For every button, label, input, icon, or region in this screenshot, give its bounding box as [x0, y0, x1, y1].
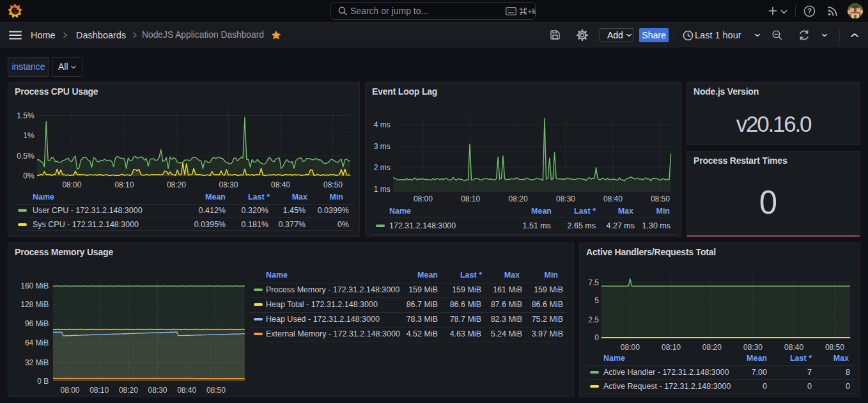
svg-text:4 ms: 4 ms	[374, 120, 391, 129]
svg-text:0%: 0%	[23, 171, 35, 180]
svg-text:08:30: 08:30	[556, 194, 575, 203]
svg-text:08:30: 08:30	[148, 386, 167, 395]
svg-text:08:10: 08:10	[89, 386, 109, 395]
svg-text:08:20: 08:20	[119, 386, 138, 395]
svg-text:08:50: 08:50	[825, 343, 844, 352]
svg-text:3 ms: 3 ms	[374, 142, 391, 151]
svg-text:08:10: 08:10	[114, 180, 134, 189]
svg-text:08:00: 08:00	[621, 343, 640, 352]
svg-text:0: 0	[594, 333, 599, 342]
svg-text:1 ms: 1 ms	[374, 185, 391, 194]
svg-text:7.5: 7.5	[588, 278, 599, 287]
svg-text:08:20: 08:20	[509, 194, 528, 203]
svg-text:5: 5	[594, 296, 599, 305]
svg-text:160 MiB: 160 MiB	[20, 281, 49, 290]
svg-text:1%: 1%	[23, 131, 35, 140]
svg-text:08:10: 08:10	[662, 343, 681, 352]
svg-text:0.5%: 0.5%	[17, 152, 35, 161]
svg-text:08:50: 08:50	[651, 194, 670, 203]
svg-text:08:40: 08:40	[603, 194, 623, 203]
svg-text:08:20: 08:20	[167, 180, 186, 189]
svg-text:64 MiB: 64 MiB	[25, 338, 49, 347]
svg-text:128 MiB: 128 MiB	[20, 300, 49, 309]
svg-text:32 MiB: 32 MiB	[25, 358, 49, 367]
svg-text:0 B: 0 B	[37, 377, 49, 386]
svg-text:08:10: 08:10	[461, 194, 480, 203]
svg-text:96 MiB: 96 MiB	[25, 319, 49, 328]
svg-text:2.5: 2.5	[588, 315, 599, 324]
svg-text:08:30: 08:30	[743, 343, 763, 352]
svg-text:08:40: 08:40	[177, 386, 196, 395]
svg-text:08:00: 08:00	[62, 180, 81, 189]
svg-text:08:00: 08:00	[414, 194, 433, 203]
svg-text:08:20: 08:20	[702, 343, 722, 352]
svg-text:08:40: 08:40	[784, 343, 803, 352]
svg-text:2 ms: 2 ms	[374, 163, 391, 172]
svg-text:1.5%: 1.5%	[17, 111, 35, 120]
svg-text:08:40: 08:40	[271, 180, 290, 189]
svg-text:08:50: 08:50	[323, 180, 343, 189]
svg-text:08:00: 08:00	[60, 386, 79, 395]
svg-text:?: ?	[807, 7, 812, 15]
svg-text:08:30: 08:30	[219, 180, 238, 189]
svg-text:08:50: 08:50	[206, 386, 226, 395]
